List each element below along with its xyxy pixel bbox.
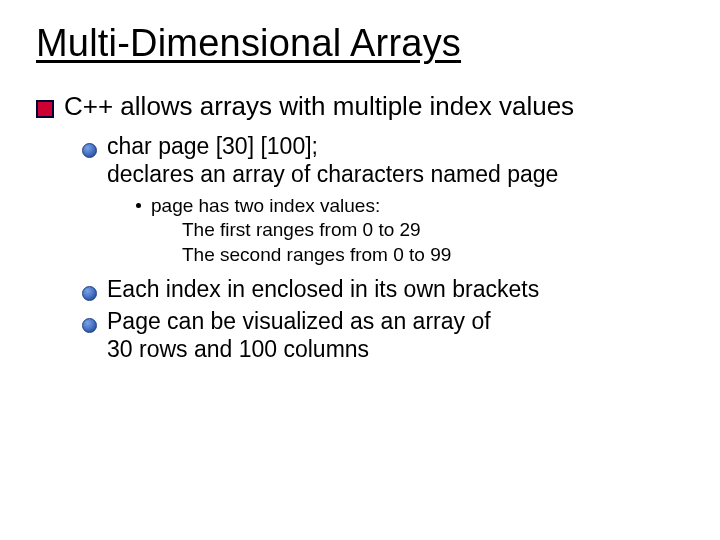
slide-title: Multi-Dimensional Arrays	[36, 22, 684, 65]
bullet-l2c-text: Page can be visualized as an array of 30…	[107, 307, 491, 363]
circle-bullet-icon	[82, 286, 97, 301]
bullet-l2a-line1: char page [30] [100];	[107, 133, 318, 159]
dot-bullet-icon	[136, 203, 141, 208]
bullet-l2c-line1: Page can be visualized as an array of	[107, 308, 491, 334]
circle-bullet-icon	[82, 318, 97, 333]
bullet-level2-b: Each index in enclosed in its own bracke…	[82, 275, 684, 303]
bullet-l3-line2: The first ranges from 0 to 29	[182, 218, 684, 242]
bullet-level3: page has two index values: The first ran…	[136, 194, 684, 267]
bullet-l2a-text: char page [30] [100]; declares an array …	[107, 132, 558, 188]
bullet-l2a-line2: declares an array of characters named pa…	[107, 161, 558, 187]
bullet-l1-text: C++ allows arrays with multiple index va…	[64, 91, 574, 122]
bullet-level1: C++ allows arrays with multiple index va…	[36, 91, 684, 122]
square-bullet-icon	[36, 100, 54, 118]
bullet-l3-line1: page has two index values:	[151, 195, 380, 216]
bullet-l2b-text: Each index in enclosed in its own bracke…	[107, 275, 539, 303]
bullet-l3-line3: The second ranges from 0 to 99	[182, 243, 684, 267]
bullet-level2-c: Page can be visualized as an array of 30…	[82, 307, 684, 363]
slide: Multi-Dimensional Arrays C++ allows arra…	[0, 0, 720, 540]
bullet-l2c-line2: 30 rows and 100 columns	[107, 336, 369, 362]
circle-bullet-icon	[82, 143, 97, 158]
bullet-level2-a: char page [30] [100]; declares an array …	[82, 132, 684, 188]
